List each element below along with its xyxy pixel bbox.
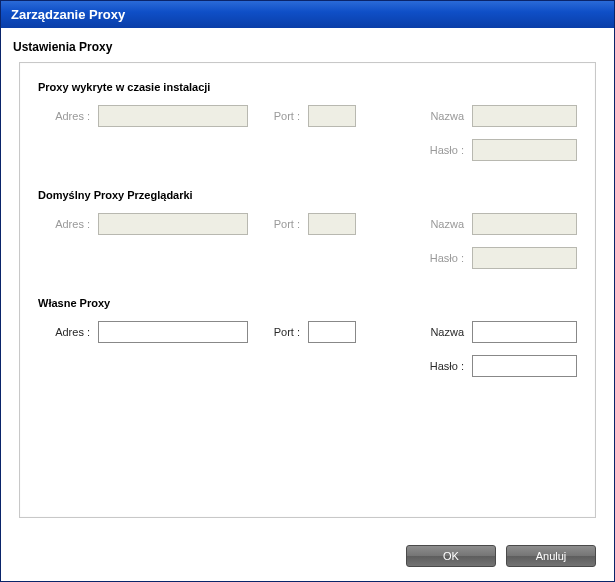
default-row2: Hasło : [38,247,577,269]
default-name-label: Nazwa [422,218,472,230]
default-pass-label: Hasło : [422,252,472,264]
default-port-input [308,213,356,235]
detected-row2: Hasło : [38,139,577,161]
detected-pass-input [472,139,577,161]
cancel-button[interactable]: Anuluj [506,545,596,567]
default-row1: Adres : Port : Nazwa [38,213,577,235]
section-title-own: Własne Proxy [38,297,577,309]
settings-panel: Proxy wykryte w czasie instalacji Adres … [19,62,596,518]
ok-button[interactable]: OK [406,545,496,567]
window-titlebar: Zarządzanie Proxy [1,1,614,28]
default-addr-label: Adres : [38,218,98,230]
own-addr-input[interactable] [98,321,248,343]
own-name-label: Nazwa [422,326,472,338]
own-row1: Adres : Port : Nazwa [38,321,577,343]
own-port-input[interactable] [308,321,356,343]
detected-port-input [308,105,356,127]
detected-row1: Adres : Port : Nazwa [38,105,577,127]
detected-pass-label: Hasło : [422,144,472,156]
own-addr-label: Adres : [38,326,98,338]
default-name-input [472,213,577,235]
own-name-input[interactable] [472,321,577,343]
section-title-default: Domyślny Proxy Przeglądarki [38,189,577,201]
default-addr-input [98,213,248,235]
own-pass-label: Hasło : [422,360,472,372]
detected-name-label: Nazwa [422,110,472,122]
window-title: Zarządzanie Proxy [11,7,125,22]
proxy-management-window: Zarządzanie Proxy Ustawienia Proxy Proxy… [0,0,615,582]
detected-port-label: Port : [268,110,308,122]
panel-wrap: Proxy wykryte w czasie instalacji Adres … [1,62,614,535]
page-subheader: Ustawienia Proxy [1,28,614,62]
detected-addr-input [98,105,248,127]
detected-name-input [472,105,577,127]
own-row2: Hasło : [38,355,577,377]
section-title-detected: Proxy wykryte w czasie instalacji [38,81,577,93]
default-pass-input [472,247,577,269]
own-port-label: Port : [268,326,308,338]
dialog-footer: OK Anuluj [1,535,614,581]
detected-addr-label: Adres : [38,110,98,122]
own-pass-input[interactable] [472,355,577,377]
default-port-label: Port : [268,218,308,230]
